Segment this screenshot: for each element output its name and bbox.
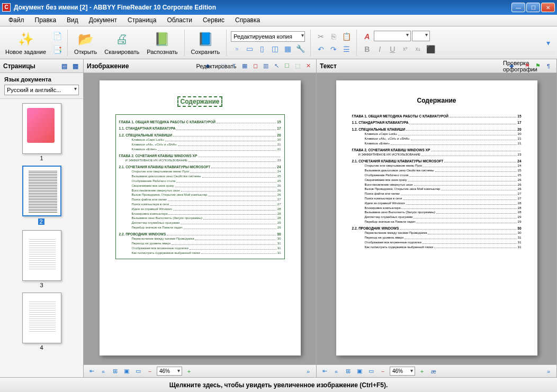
main-toolbar: ✨ Новое задание 📄 📑 📂 Открыть 🖨 Сканиров… xyxy=(0,26,557,59)
copy-button[interactable]: ⎘ xyxy=(328,31,339,42)
menu-file[interactable]: Файл xyxy=(3,15,30,26)
menu-service[interactable]: Сервис xyxy=(197,15,230,26)
superscript-button[interactable]: x² xyxy=(399,43,411,55)
t-fit-icon[interactable]: ▣ xyxy=(355,367,364,376)
pilcrow-icon[interactable]: ¶ xyxy=(544,61,553,71)
img-width-icon[interactable]: ▭ xyxy=(133,367,143,376)
t-nav-next-icon[interactable]: » xyxy=(544,367,553,376)
page-add-icon[interactable]: ▦ xyxy=(70,61,80,71)
close-button[interactable]: ✕ xyxy=(541,3,555,12)
text-zoom-select[interactable] xyxy=(390,367,415,376)
zoom-in-icon[interactable]: + xyxy=(184,367,194,376)
underline-button[interactable]: U xyxy=(387,43,398,55)
thumbnails: 1 2 3 4 xyxy=(0,99,83,377)
color-button[interactable]: ⬛ xyxy=(425,43,436,55)
language-select[interactable] xyxy=(4,85,79,95)
size-select[interactable] xyxy=(412,31,430,41)
img-fit-icon[interactable]: ▣ xyxy=(122,367,131,376)
paste-button[interactable]: 📋 xyxy=(340,31,352,42)
image-area-icon[interactable]: ◻ xyxy=(250,61,260,71)
new-doc-button[interactable]: 📄 xyxy=(51,30,63,42)
recognize-button[interactable]: 📗 Распознать xyxy=(145,30,179,56)
menu-document[interactable]: Документ xyxy=(84,15,122,26)
flag-1-icon[interactable]: ⚑ xyxy=(523,61,532,71)
toc-content-image: ГЛАВА 1. ОБЩАЯ МЕТОДИКА РАБОТЫ С КЛАВИАТ… xyxy=(115,114,285,259)
menu-page[interactable]: Страница xyxy=(122,15,161,26)
maximize-button[interactable]: ☐ xyxy=(526,3,540,12)
barcode-area-icon[interactable]: ▥ xyxy=(261,61,271,71)
menu-view[interactable]: Вид xyxy=(61,15,84,26)
thumb-2[interactable] xyxy=(22,166,61,216)
thumb-1-num: 1 xyxy=(22,155,61,161)
open-button[interactable]: 📂 Открыть xyxy=(72,30,99,56)
menu-edit[interactable]: Правка xyxy=(30,15,62,26)
pages-header: Страницы ▤ ▦ xyxy=(0,59,83,73)
nav-next-icon[interactable]: » xyxy=(303,367,313,376)
layout-5-button[interactable]: ▦ xyxy=(282,43,293,54)
pointer-icon[interactable]: ↖ xyxy=(272,61,281,71)
t-grid-icon[interactable]: ⊞ xyxy=(343,367,353,376)
thumb-1[interactable] xyxy=(22,103,61,154)
settings-button[interactable]: 🔧 xyxy=(294,43,306,54)
t-hl-icon[interactable]: æ xyxy=(429,367,438,376)
undo-button[interactable]: ↶ xyxy=(315,43,327,55)
menu-help[interactable]: Справка xyxy=(230,15,265,26)
delete-area-icon[interactable]: ✕ xyxy=(303,61,313,71)
toc-title-text: Содержание xyxy=(415,96,459,105)
save-label: Сохранить xyxy=(191,49,220,55)
thumb-3[interactable] xyxy=(22,230,61,281)
italic-button[interactable]: I xyxy=(374,43,385,55)
cut-button[interactable]: ✂ xyxy=(315,31,327,42)
area-more-icon[interactable]: ☐ xyxy=(282,61,292,71)
menu-areas[interactable]: Области xyxy=(161,15,197,26)
t-nav-prev-icon[interactable]: « xyxy=(331,367,341,376)
t-nav-first-icon[interactable]: ⇤ xyxy=(320,367,329,376)
titlebar: C Документ без имени [2] - ABBYY FineRea… xyxy=(0,0,557,15)
folder-icon: 📂 xyxy=(77,31,94,48)
layout-1-button[interactable]: ▫ xyxy=(231,43,242,54)
eraser-icon[interactable]: ⬚ xyxy=(293,61,302,71)
zoom-out-icon[interactable]: − xyxy=(145,367,155,376)
recognize-icon: 📗 xyxy=(154,31,170,48)
table-area-icon[interactable]: ▦ xyxy=(240,61,249,71)
image-zoom-select[interactable] xyxy=(157,367,182,376)
redo-button[interactable]: ↷ xyxy=(328,43,339,55)
t-width-icon[interactable]: ▭ xyxy=(366,367,376,376)
list-button[interactable]: ☰ xyxy=(340,43,352,55)
thumb-4[interactable] xyxy=(22,293,61,343)
nav-first-icon[interactable]: ⇤ xyxy=(87,367,96,376)
crop-icon[interactable]: ⬚ xyxy=(219,61,228,71)
layout-4-button[interactable]: ◫ xyxy=(269,43,281,54)
text-canvas[interactable]: Содержание ГЛАВА 1. ОБЩАЯ МЕТОДИКА РАБОТ… xyxy=(317,73,556,364)
save-button[interactable]: 📘 Сохранить xyxy=(189,30,222,56)
toolbar-menu-button[interactable]: ▾ xyxy=(542,37,554,49)
layout-2-button[interactable]: ▭ xyxy=(244,43,255,54)
t-zoom-out-icon[interactable]: − xyxy=(378,367,388,376)
nav-prev-icon[interactable]: « xyxy=(98,367,108,376)
text-area-icon[interactable]: T xyxy=(229,61,239,71)
scan-label: Сканировать xyxy=(104,49,139,55)
font-select[interactable] xyxy=(374,31,411,41)
t-zoom-in-icon[interactable]: + xyxy=(417,367,427,376)
font-style-button[interactable]: A xyxy=(361,31,373,42)
spellcheck-button[interactable]: ◆Проверка орфографии xyxy=(512,61,522,71)
layout-3-button[interactable]: ▯ xyxy=(256,43,268,54)
minimize-button[interactable]: — xyxy=(511,3,525,12)
edit-button[interactable]: ◆Редактировать xyxy=(208,61,218,71)
hint-bar[interactable]: Щелкните здесь, чтобы увидеть увеличенно… xyxy=(0,377,557,392)
img-grid-icon[interactable]: ⊞ xyxy=(110,367,120,376)
subscript-button[interactable]: x₂ xyxy=(412,43,424,55)
new-doc-2-button[interactable]: 📑 xyxy=(51,44,63,56)
bold-button[interactable]: B xyxy=(361,43,373,55)
image-canvas[interactable]: Содержание ГЛАВА 1. ОБЩАЯ МЕТОДИКА РАБОТ… xyxy=(84,73,316,364)
image-page: Содержание ГЛАВА 1. ОБЩАЯ МЕТОДИКА РАБОТ… xyxy=(100,80,301,355)
wand-icon: ✨ xyxy=(17,31,34,48)
new-task-button[interactable]: ✨ Новое задание xyxy=(3,30,48,56)
text-page: Содержание ГЛАВА 1. ОБЩАЯ МЕТОДИКА РАБОТ… xyxy=(336,80,537,355)
view-mode-select[interactable] xyxy=(231,31,305,42)
image-toolbar: Изображение ◆Редактировать ⬚ T ▦ ◻ ▥ ↖ ☐… xyxy=(84,59,316,73)
page-thumb-view-icon[interactable]: ▤ xyxy=(59,61,69,71)
scan-button[interactable]: 🖨 Сканировать xyxy=(102,30,141,56)
language-label: Язык документа xyxy=(4,76,79,83)
flag-2-icon[interactable]: ⚑ xyxy=(533,61,543,71)
